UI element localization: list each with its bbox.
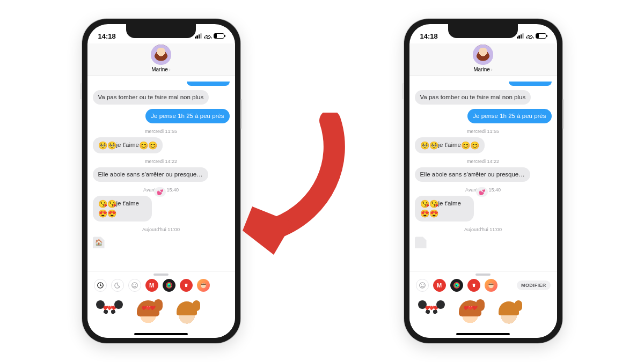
emoji-kiss: 😘😘 (420, 200, 438, 208)
timestamp: mercredi 11:55 (93, 129, 230, 134)
attachment-thumbnail[interactable] (415, 237, 427, 248)
svg-point-6 (168, 284, 170, 286)
svg-point-10 (423, 284, 423, 285)
drag-handle[interactable] (475, 274, 491, 276)
fitness-rings-icon[interactable] (450, 279, 463, 292)
wifi-icon (204, 33, 211, 39)
contact-name-row[interactable]: Marine › (151, 67, 171, 72)
cell-signal-icon (195, 33, 202, 39)
cup-app-icon[interactable] (180, 279, 193, 292)
contact-name: Marine (151, 67, 168, 72)
message-bubble-recv[interactable]: 😘😘je t'aime😍😍 (415, 196, 474, 221)
chat-body[interactable]: Va pas tomber ou te faire mal non plus J… (87, 76, 235, 267)
message-bubble-sent[interactable]: Je pense 1h 25 à peu près (467, 109, 551, 123)
wifi-icon (526, 33, 533, 39)
emoji-pleading: 🥺🥺 (420, 141, 438, 150)
app-strip[interactable]: M MODIFIER (409, 277, 557, 295)
contact-name: Marine (473, 67, 490, 72)
screen: 14:18 Marine › Va pas tomber ou te faire… (87, 24, 235, 338)
emoji-blush: 😊😊 (139, 141, 157, 150)
cell-signal-icon (517, 33, 524, 39)
app-red-m-icon[interactable]: M (145, 279, 158, 292)
phone-mockup-left: 14:18 Marine › Va pas tomber ou te faire… (82, 19, 240, 343)
app-drawer: M (87, 271, 235, 338)
message-bubble-sent-partial[interactable] (509, 82, 552, 86)
svg-point-2 (133, 284, 134, 285)
status-time: 14:18 (420, 32, 438, 40)
memoji-girl-smirk[interactable] (174, 301, 199, 326)
chat-body[interactable]: Va pas tomber ou te faire mal non plus J… (409, 76, 557, 267)
message-bubble-recv[interactable]: Va pas tomber ou te faire mal non plus (415, 90, 531, 105)
app-drawer: M MODIFIER (409, 271, 557, 338)
moon-icon[interactable] (111, 279, 124, 292)
status-time: 14:18 (98, 32, 116, 40)
memoji-girl-smirk[interactable] (496, 301, 521, 326)
memoji-girl-heart-eyes[interactable] (136, 301, 160, 326)
emoji-heart-eyes: 😍😍 (420, 209, 438, 218)
memoji-app-icon[interactable] (197, 279, 210, 292)
home-indicator[interactable] (456, 333, 510, 335)
screen: 14:18 Marine › Va pas tomber ou te faire… (409, 24, 557, 338)
edit-button[interactable]: MODIFIER (517, 280, 550, 290)
cup-app-icon[interactable] (467, 279, 480, 292)
timestamp: mercredi 14:22 (415, 159, 552, 164)
emoji-kiss: 😘😘 (98, 200, 116, 208)
drag-handle[interactable] (153, 274, 169, 276)
emoji-pleading: 🥺🥺 (98, 141, 116, 150)
chevron-right-icon: › (491, 67, 493, 72)
message-bubble-recv[interactable]: Elle aboie sans s'arrêter ou presque… (415, 167, 530, 182)
svg-point-8 (419, 283, 425, 289)
recents-icon[interactable] (94, 279, 107, 292)
battery-icon (214, 33, 224, 39)
message-bubble-recv[interactable]: Va pas tomber ou te faire mal non plus (93, 90, 209, 105)
contact-name-row[interactable]: Marine › (473, 67, 493, 72)
attachment-thumbnail[interactable]: 🏠 (93, 237, 105, 248)
curved-arrow-icon (236, 113, 349, 257)
message-bubble-recv[interactable]: 🥺🥺je t'aime😊😊 (93, 137, 163, 153)
timestamp: Aujourd'hui 11:00 (415, 227, 552, 232)
memoji-panda-heart-eyes[interactable] (419, 301, 444, 326)
emoji-picker-icon[interactable] (128, 279, 141, 292)
svg-point-9 (421, 284, 421, 285)
memoji-sticker-row[interactable] (409, 295, 557, 338)
tapback-reaction[interactable]: 💕 (476, 187, 488, 197)
message-bubble-recv[interactable]: 🥺🥺je t'aime😊😊 (415, 137, 485, 153)
message-bubble-sent[interactable]: Je pense 1h 25 à peu près (145, 109, 229, 123)
svg-point-13 (456, 284, 458, 286)
contact-avatar[interactable] (473, 45, 493, 65)
svg-point-3 (135, 284, 136, 285)
message-bubble-recv[interactable]: 😘😘je t'aime😍😍 (93, 196, 152, 221)
emoji-blush: 😊😊 (461, 141, 479, 150)
timestamp: Aujourd'hui 11:00 (93, 227, 230, 232)
home-indicator[interactable] (134, 333, 188, 335)
memoji-sticker-row[interactable] (87, 295, 235, 338)
fitness-rings-icon[interactable] (163, 279, 175, 292)
message-bubble-recv[interactable]: Elle aboie sans s'arrêter ou presque… (93, 167, 208, 182)
chat-header[interactable]: Marine › (87, 43, 235, 76)
app-red-m-icon[interactable]: M (433, 279, 446, 292)
emoji-heart-eyes: 😍😍 (98, 209, 116, 218)
tapback-reaction[interactable]: 💕 (154, 187, 166, 197)
app-strip[interactable]: M (87, 277, 235, 295)
timestamp: mercredi 14:22 (93, 159, 230, 164)
chevron-right-icon: › (169, 67, 171, 72)
phone-mockup-right: 14:18 Marine › Va pas tomber ou te faire… (404, 19, 562, 343)
timestamp: mercredi 11:55 (415, 129, 552, 134)
svg-point-1 (131, 283, 137, 289)
message-bubble-sent-partial[interactable] (187, 82, 230, 86)
memoji-panda-heart-eyes[interactable] (97, 301, 122, 326)
emoji-picker-icon[interactable] (416, 279, 429, 292)
chat-header[interactable]: Marine › (409, 43, 557, 76)
notch (448, 24, 518, 38)
memoji-girl-heart-eyes[interactable] (458, 301, 482, 326)
contact-avatar[interactable] (151, 45, 171, 65)
battery-icon (536, 33, 546, 39)
notch (126, 24, 196, 38)
memoji-app-icon[interactable] (485, 279, 497, 292)
